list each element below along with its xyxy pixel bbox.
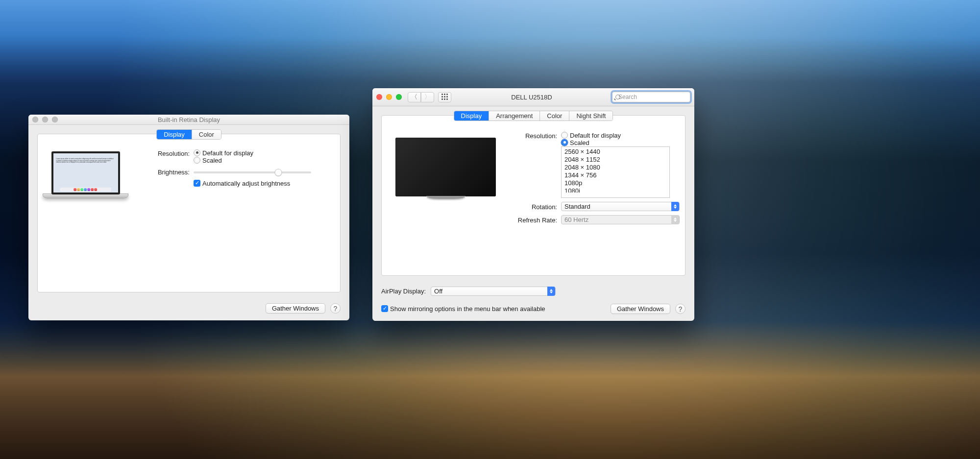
- checkmark-icon: [381, 305, 388, 312]
- help-button[interactable]: ?: [330, 303, 341, 314]
- traffic-lights: [376, 94, 402, 100]
- resolution-default[interactable]: Default for display: [561, 132, 670, 139]
- close-button[interactable]: [376, 94, 382, 100]
- resolution-label: Resolution:: [511, 132, 557, 140]
- rotation-select[interactable]: Standard: [561, 202, 680, 211]
- nav-group: 〈 〉: [408, 92, 434, 102]
- monitor-illustration: [392, 128, 496, 228]
- minimize-button[interactable]: [42, 117, 48, 122]
- window-title: Built-in Retina Display: [158, 116, 220, 123]
- updown-icon: [547, 287, 555, 296]
- updown-icon: [671, 215, 679, 224]
- rotation-value: Standard: [564, 203, 590, 210]
- resolution-label: Resolution:: [138, 149, 190, 157]
- resolution-default-label: Default for display: [202, 149, 253, 157]
- checkmark-icon: [194, 180, 200, 187]
- refresh-rate-label: Refresh Rate:: [511, 216, 557, 224]
- grid-icon: [441, 94, 448, 101]
- resolution-list[interactable]: 2560 × 14402048 × 11522048 × 10801344 × …: [561, 146, 670, 198]
- resolution-option[interactable]: 1080i: [562, 187, 669, 193]
- resolution-scaled[interactable]: Scaled: [194, 157, 253, 164]
- laptop-illustration: Lorem ipsum dolor sit amet consectetur a…: [48, 146, 123, 198]
- refresh-rate-select[interactable]: 60 Hertz: [561, 215, 680, 224]
- resolution-scaled[interactable]: Scaled: [561, 139, 670, 146]
- refresh-rate-value: 60 Hertz: [564, 216, 588, 223]
- help-button[interactable]: ?: [675, 304, 686, 314]
- auto-brightness-checkbox[interactable]: Automatically adjust brightness: [194, 180, 290, 187]
- gather-windows-button[interactable]: Gather Windows: [266, 303, 325, 314]
- toolbar-dell[interactable]: 〈 〉 DELL U2518D: [372, 88, 694, 106]
- resolution-default-label: Default for display: [570, 132, 621, 139]
- resolution-default[interactable]: Default for display: [194, 149, 253, 157]
- forward-button[interactable]: 〉: [421, 92, 434, 102]
- close-button[interactable]: [32, 117, 38, 122]
- airplay-value: Off: [434, 288, 442, 295]
- tab-color[interactable]: Color: [192, 130, 221, 139]
- window-title: DELL U2518D: [455, 94, 608, 101]
- titlebar-builtin[interactable]: Built-in Retina Display: [28, 115, 349, 125]
- updown-icon: [671, 202, 679, 211]
- rotation-label: Rotation:: [511, 203, 557, 211]
- tab-display[interactable]: Display: [157, 130, 192, 139]
- resolution-option[interactable]: 2048 × 1080: [562, 164, 669, 171]
- resolution-option[interactable]: 2048 × 1152: [562, 156, 669, 164]
- search-field[interactable]: [612, 92, 690, 102]
- tab-night-shift[interactable]: Night Shift: [569, 111, 612, 121]
- resolution-scaled-label: Scaled: [202, 157, 222, 164]
- gather-windows-button[interactable]: Gather Windows: [611, 304, 670, 314]
- resolution-option[interactable]: 2560 × 1440: [562, 148, 669, 156]
- tab-display[interactable]: Display: [454, 111, 489, 121]
- resolution-option[interactable]: 1080p: [562, 179, 669, 187]
- tab-segment-builtin: Display Color: [156, 129, 221, 140]
- back-button[interactable]: 〈: [408, 92, 421, 102]
- show-all-button[interactable]: [438, 92, 451, 102]
- zoom-button[interactable]: [396, 94, 402, 100]
- minimize-button[interactable]: [386, 94, 392, 100]
- mirror-checkbox[interactable]: Show mirroring options in the menu bar w…: [381, 305, 545, 313]
- search-input[interactable]: [617, 93, 693, 101]
- tab-color[interactable]: Color: [539, 111, 569, 121]
- resolution-scaled-label: Scaled: [570, 139, 589, 146]
- auto-brightness-label: Automatically adjust brightness: [202, 180, 290, 187]
- airplay-label: AirPlay Display:: [381, 288, 426, 295]
- window-builtin-display: Built-in Retina Display Display Color Lo…: [28, 115, 349, 320]
- zoom-button[interactable]: [52, 117, 58, 122]
- airplay-select[interactable]: Off: [431, 287, 556, 296]
- tab-segment-dell: Display Arrangement Color Night Shift: [454, 111, 613, 121]
- tab-arrangement[interactable]: Arrangement: [489, 111, 539, 121]
- mirror-label: Show mirroring options in the menu bar w…: [390, 305, 545, 313]
- window-dell-display: 〈 〉 DELL U2518D Display Arrangement Colo…: [372, 88, 694, 321]
- brightness-label: Brightness:: [138, 168, 190, 176]
- traffic-lights: [32, 115, 58, 124]
- resolution-option[interactable]: 1344 × 756: [562, 171, 669, 179]
- brightness-slider[interactable]: [194, 171, 311, 173]
